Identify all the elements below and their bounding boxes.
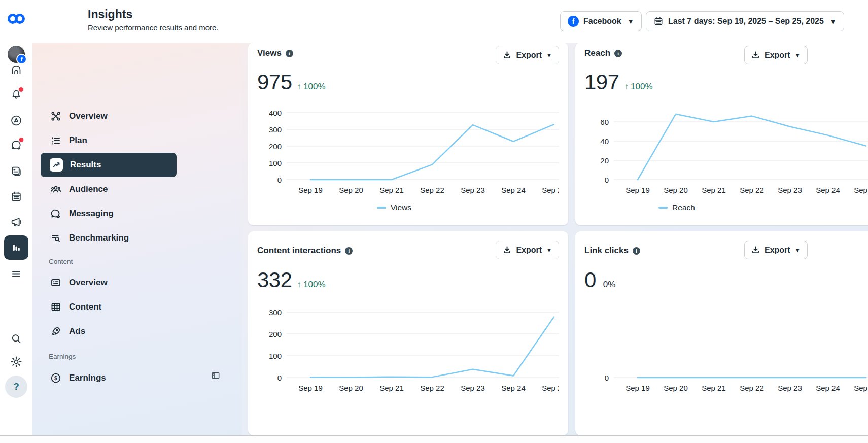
home-icon[interactable] <box>10 64 22 76</box>
sidebar-collapse-icon[interactable] <box>210 370 221 381</box>
notification-dot <box>18 87 24 92</box>
plan-list-icon <box>50 134 62 147</box>
sidebar-item-label: Benchmarking <box>69 233 129 243</box>
inbox-chat-icon[interactable] <box>10 139 23 151</box>
svg-text:Sep 20: Sep 20 <box>339 384 363 392</box>
sidebar-item-results[interactable]: Results <box>41 153 177 177</box>
chevron-down-icon: ▼ <box>628 18 634 25</box>
page-header: Insights Review performance results and … <box>32 0 868 43</box>
svg-text:Sep 23: Sep 23 <box>778 384 802 392</box>
reach-card-title: Reach <box>584 48 610 58</box>
reach-export-button[interactable]: Export ▼ <box>744 46 808 64</box>
reach-card: Reach i Export ▼ 197 ↑100% 6040200Sep 19… <box>575 43 868 225</box>
svg-text:Sep 21: Sep 21 <box>379 384 404 392</box>
link-clicks-value: 0 <box>584 268 596 292</box>
views-delta: ↑100% <box>297 82 326 92</box>
svg-text:Sep 19: Sep 19 <box>626 384 650 392</box>
svg-text:Sep 22: Sep 22 <box>740 384 764 392</box>
svg-text:Sep 25: Sep 25 <box>854 186 868 194</box>
window-bottom-edge <box>0 435 868 443</box>
info-icon[interactable]: i <box>633 247 640 255</box>
sidebar-item-benchmarking[interactable]: Benchmarking <box>41 226 177 250</box>
svg-text:Sep 24: Sep 24 <box>501 384 526 392</box>
sidebar-item-label: Earnings <box>69 373 106 383</box>
ads-megaphone-icon[interactable] <box>10 216 23 228</box>
meta-logo[interactable] <box>7 12 26 25</box>
svg-text:Sep 25: Sep 25 <box>542 186 559 194</box>
search-icon[interactable] <box>10 332 23 345</box>
info-icon[interactable]: i <box>614 50 622 57</box>
content-interactions-chart: 3002001000Sep 19Sep 20Sep 21Sep 22Sep 23… <box>257 304 559 397</box>
notifications-bell-icon[interactable] <box>10 88 22 100</box>
link-clicks-card-title: Link clicks <box>584 246 629 256</box>
posts-icon[interactable] <box>10 165 23 178</box>
app-rail: f <box>0 0 32 443</box>
info-icon[interactable]: i <box>286 50 293 57</box>
sidebar-section-content: Content <box>49 258 73 265</box>
svg-text:0: 0 <box>277 176 282 184</box>
svg-text:Sep 20: Sep 20 <box>664 384 688 392</box>
account-selector-button[interactable]: f Facebook ▼ <box>560 11 642 31</box>
svg-text:200: 200 <box>269 330 282 338</box>
link-clicks-export-button[interactable]: Export ▼ <box>744 241 808 259</box>
svg-text:Sep 23: Sep 23 <box>461 186 485 194</box>
svg-text:Sep 22: Sep 22 <box>420 384 444 392</box>
content-overview-card-icon <box>50 277 62 289</box>
svg-text:40: 40 <box>600 137 609 146</box>
settings-gear-icon[interactable] <box>10 355 23 368</box>
sidebar-item-plan[interactable]: Plan <box>41 128 177 153</box>
profile-avatar[interactable]: f <box>8 46 25 63</box>
calendar-icon <box>653 16 664 26</box>
sidebar-item-ads[interactable]: Ads <box>41 319 177 344</box>
benchmarking-search-list-icon <box>50 232 62 244</box>
views-chart: 4003002001000Sep 19Sep 20Sep 21Sep 22Sep… <box>257 105 559 198</box>
reach-value: 197 <box>584 70 619 94</box>
sidebar-item-content[interactable]: Content <box>41 295 177 319</box>
svg-text:300: 300 <box>269 125 282 134</box>
legend-line-swatch <box>658 207 668 209</box>
views-export-button[interactable]: Export ▼ <box>496 46 559 64</box>
sidebar-item-label: Audience <box>69 184 108 194</box>
sidebar-item-content-overview[interactable]: Overview <box>41 270 177 295</box>
svg-text:Sep 23: Sep 23 <box>461 384 485 392</box>
content-interactions-delta: ↑100% <box>297 280 326 290</box>
content-interactions-value: 332 <box>257 268 292 292</box>
legend-line-swatch <box>377 207 386 209</box>
svg-text:400: 400 <box>269 109 282 117</box>
insights-bars-icon[interactable] <box>4 235 28 260</box>
insights-sidebar: Overview Plan Results Audience Messaging <box>32 43 242 443</box>
more-menu-icon[interactable] <box>10 267 22 280</box>
help-icon[interactable]: ? <box>5 376 27 398</box>
boost-arrow-icon[interactable] <box>10 114 23 127</box>
download-icon <box>503 51 511 59</box>
content-interactions-export-button[interactable]: Export ▼ <box>496 241 559 259</box>
help-question-label: ? <box>5 376 27 398</box>
svg-text:300: 300 <box>269 308 282 317</box>
svg-text:100: 100 <box>269 352 282 360</box>
svg-text:Sep 24: Sep 24 <box>501 186 526 194</box>
svg-text:Sep 25: Sep 25 <box>542 384 559 392</box>
sidebar-item-earnings[interactable]: $ Earnings <box>41 366 177 390</box>
planner-calendar-icon[interactable] <box>10 190 23 203</box>
chevron-down-icon: ▼ <box>830 18 837 25</box>
meta-business-suite-window: f <box>0 0 868 443</box>
date-range-button[interactable]: Last 7 days: Sep 19, 2025 – Sep 25, 2025… <box>646 11 844 31</box>
svg-text:Sep 21: Sep 21 <box>702 384 726 392</box>
sidebar-item-overview[interactable]: Overview <box>41 104 177 128</box>
sidebar-item-label: Overview <box>69 278 108 288</box>
sidebar-item-label: Content <box>69 302 101 312</box>
info-icon[interactable]: i <box>345 247 353 255</box>
reach-legend: Reach <box>575 203 778 212</box>
content-interactions-card-title: Content interactions <box>257 246 341 256</box>
link-clicks-card: Link clicks i Export ▼ 0 0% 0Sep 19Sep 2… <box>575 231 868 435</box>
link-clicks-delta: 0% <box>601 280 616 290</box>
sidebar-item-audience[interactable]: Audience <box>41 177 177 201</box>
download-icon <box>751 246 760 254</box>
svg-text:$: $ <box>54 375 57 381</box>
sidebar-item-label: Messaging <box>69 209 114 219</box>
content-interactions-card: Content interactions i Export ▼ 332 ↑100… <box>248 231 568 435</box>
sidebar-item-messaging[interactable]: Messaging <box>41 201 177 226</box>
svg-text:0: 0 <box>605 373 609 382</box>
sidebar-item-label: Plan <box>69 135 87 146</box>
svg-text:Sep 24: Sep 24 <box>816 186 840 194</box>
